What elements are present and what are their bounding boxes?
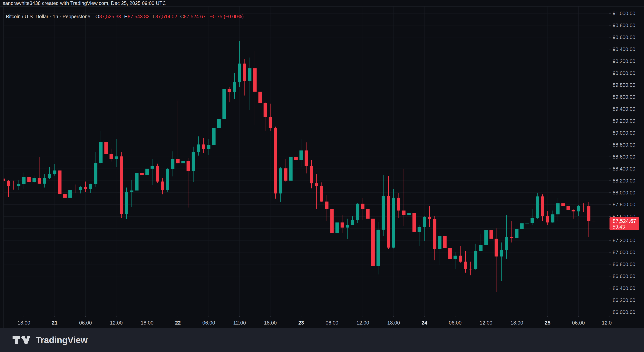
ohlc-high: H87,543.82 [124,14,149,20]
price-change: −0.75 (−0.00%) [210,14,244,20]
tradingview-logo-icon[interactable] [12,336,30,344]
price-axis[interactable] [609,7,644,328]
ohlc-open: O87,525.33 [96,14,121,20]
symbol-title: Bitcoin / U.S. Dollar · 1h · Pepperstone [6,14,90,20]
tradingview-footer: TradingView [0,328,644,352]
attribution-text: sandrawhite3438 created with TradingView… [3,1,166,6]
ohlc-low: L87,514.02 [153,14,177,20]
chart-plot-area[interactable] [4,7,609,316]
tradingview-brand-text[interactable]: TradingView [36,335,88,345]
time-axis[interactable] [4,316,609,328]
price-chart-svg: 91,000.0090,800.0090,600.0090,400.0090,2… [0,0,644,328]
ohlc-close: C87,524.67 [180,14,206,20]
attribution-bar: sandrawhite3438 created with TradingView… [3,0,166,7]
symbol-info-bar[interactable]: Bitcoin / U.S. Dollar · 1h · Pepperstone… [6,14,244,20]
